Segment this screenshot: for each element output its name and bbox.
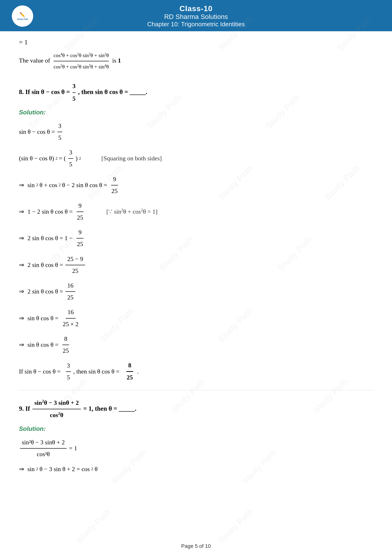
q8-conc-frac2: 8 25 — [125, 360, 135, 383]
q8-step1: sin θ − cos θ = 3 5 — [19, 121, 373, 143]
q8-step2: (sin θ − cos θ)2 = ( 3 5 )2 [Squaring on… — [19, 147, 373, 170]
value-statement: The value of cos4θ + cos2θ sin2θ + sin2θ… — [19, 51, 373, 71]
q8-step5: ⇒ 2 sin θ cos θ = 1 − 9 25 — [19, 227, 373, 249]
q8-solution-label: Solution: — [19, 109, 373, 116]
section-separator — [19, 390, 373, 390]
q8-step5-frac: 9 25 — [75, 227, 85, 249]
q8-step2-frac-wrap: ( — [64, 153, 66, 164]
q8-step6: ⇒ 2 sin θ cos θ = 25 − 9 25 — [19, 254, 373, 276]
q8-step2-frac: 3 5 — [68, 147, 73, 170]
q8-conc-frac1: 3 5 — [66, 360, 71, 383]
q9-question-fraction: sin2θ − 3 sinθ + 2 cos2θ — [33, 397, 81, 421]
pen-icon: ✏️ — [17, 12, 28, 18]
main-content: = 1 The value of cos4θ + cos2θ sin2θ + s… — [0, 31, 392, 500]
q8-fraction: 3 5 — [72, 81, 76, 104]
q8-step7-frac: 16 25 — [65, 280, 75, 303]
q9-solution-label: Solution: — [19, 425, 373, 432]
q8-step6-frac: 25 − 9 25 — [65, 254, 85, 276]
question-9-block: 9. If sin2θ − 3 sinθ + 2 cos2θ = 1, then… — [19, 397, 373, 474]
q8-step4-frac: 9 25 — [75, 201, 85, 223]
question-8-text: 8. If sin θ − cos θ = 3 5 , then sin θ c… — [19, 81, 373, 104]
logo-text: ✏️ Study Path — [17, 12, 28, 21]
value-frac-den: cos2θ + cos2θ sin2θ + sin4θ — [54, 61, 109, 71]
q8-step3-frac: 9 25 — [110, 174, 119, 196]
page-footer: Page 5 of 10 — [0, 543, 392, 549]
q8-step2-note: [Squaring on both sides] — [101, 153, 162, 164]
q8-step3: ⇒ sin2θ + cos2θ − 2 sin θ cos θ = 9 25 — [19, 174, 373, 196]
value-frac-num: cos4θ + cos2θ sin2θ + sin2θ — [54, 51, 109, 61]
q8-step7: ⇒ 2 sin θ cos θ = 16 25 — [19, 280, 373, 303]
q9-step1: sin²θ − 3 sinθ + 2 cos²θ = 1 — [19, 437, 373, 459]
q9-step1-frac: sin²θ − 3 sinθ + 2 cos²θ — [20, 437, 67, 459]
q8-step9: ⇒ sin θ cos θ = 8 25 — [19, 334, 373, 356]
q8-step8-frac: 16 25 × 2 — [61, 307, 81, 329]
question-9-text: 9. If sin2θ − 3 sinθ + 2 cos2θ = 1, then… — [19, 397, 373, 421]
q8-step9-frac: 8 25 — [61, 334, 71, 356]
class-label: Class-10 — [5, 4, 387, 13]
q8-conclusion: If sin θ − cos θ = 3 5 , then sin θ cos … — [19, 360, 373, 383]
q8-step4: ⇒ 1 − 2 sin θ cos θ = 9 25 [∵ sin2θ + co… — [19, 201, 373, 223]
question-8-block: 8. If sin θ − cos θ = 3 5 , then sin θ c… — [19, 81, 373, 383]
q8-step8: ⇒ sin θ cos θ = 16 25 × 2 — [19, 307, 373, 329]
logo: ✏️ Study Path — [12, 6, 33, 27]
equals-one-line: = 1 — [19, 38, 373, 46]
value-fraction: cos4θ + cos2θ sin2θ + sin2θ cos2θ + cos2… — [54, 51, 109, 71]
q8-step4-note: [∵ sin2θ + cos2θ = 1] — [106, 207, 158, 217]
rd-label: RD Sharma Solutions — [5, 13, 387, 21]
q8-step1-frac: 3 5 — [57, 121, 62, 143]
header-titles: Class-10 RD Sharma Solutions Chapter 10:… — [5, 4, 387, 28]
chapter-label: Chapter 10: Trigonometric Identities — [5, 21, 387, 28]
page-header: ✏️ Study Path Class-10 RD Sharma Solutio… — [0, 0, 392, 31]
q9-step2: ⇒ sin2θ − 3 sin θ + 2 = cos2θ — [19, 464, 373, 474]
